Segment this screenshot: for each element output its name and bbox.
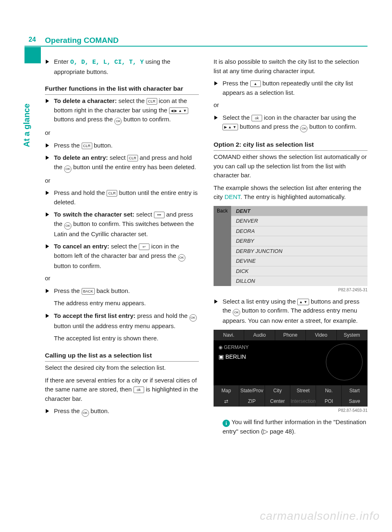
right-column: It is also possible to switch the city l… — [214, 57, 368, 439]
btn: Start — [342, 385, 368, 396]
list-item: DEORA — [231, 226, 368, 236]
step-select-list-entry: Select a list entry using the ▲ ▼ button… — [214, 297, 368, 326]
lang-key-icon: ••• — [154, 212, 165, 218]
text: button until the address entry menu appe… — [54, 322, 176, 329]
clr-key-icon: CLR — [107, 190, 117, 197]
ok-key-icon: OK — [189, 314, 197, 322]
text: icon in the character bar using the — [262, 114, 356, 121]
step-switch-charset: To switch the character set: select ••• … — [45, 210, 199, 239]
page-title: Operating COMAND — [45, 35, 119, 47]
ok-key-icon: OK — [114, 118, 122, 125]
label: To cancel an entry: — [54, 243, 109, 250]
text: select — [108, 154, 127, 161]
step-select-ok-icon: Select the ok icon in the character bar … — [214, 113, 368, 133]
paragraph: Select the desired city from the selecti… — [45, 363, 199, 373]
info-icon: i — [223, 420, 230, 427]
text: press and hold the — [136, 312, 189, 319]
figure-nav-screen: Navi. Audio Phone Video System ◉ GERMANY… — [214, 330, 368, 407]
ok-key-icon: OK — [233, 309, 240, 316]
figure-city-list: Back DENT DENVER DEORA DERBY DERBY JUNCT… — [214, 206, 368, 286]
paragraph: It is also possible to switch the city l… — [214, 57, 368, 76]
list-item: DILLON — [231, 276, 368, 286]
btn: ZIP — [239, 396, 265, 407]
text: Select a list entry using the — [223, 298, 297, 305]
text: Enter — [54, 58, 70, 65]
return-key-icon: ↩ — [139, 244, 149, 250]
btn: POI — [316, 396, 342, 407]
step-press-ok: Press the OK button. — [45, 407, 199, 417]
or-text: or — [45, 274, 199, 283]
label: To delete a character: — [54, 97, 117, 104]
label: To accept the first list entry: — [54, 312, 136, 319]
step-press-repeatedly: Press the ▲ button repeatedly until the … — [214, 79, 368, 97]
side-label: At a glance — [20, 103, 33, 147]
fig-middle: ◉ GERMANY ▣ BERLIN — [214, 340, 368, 385]
text: button to confirm. This switches between… — [54, 220, 194, 237]
city-example: DENT — [225, 193, 241, 200]
label: To delete an entry: — [54, 154, 108, 161]
step-press-back: Press the BACK back button. — [45, 286, 199, 296]
step-press-hold: Press and hold the CLR button until the … — [45, 188, 199, 207]
list-item: DERBY — [231, 236, 368, 246]
info-note: i You will find further information in t… — [214, 418, 368, 436]
ok-key-icon: ok — [134, 387, 144, 393]
text: page 48). — [268, 428, 296, 435]
btn: Street — [290, 385, 316, 396]
btn: Center — [265, 396, 291, 407]
step-press-clr: Press the CLR button. — [45, 141, 199, 150]
compass-icon — [326, 344, 363, 380]
or-text: or — [45, 128, 199, 138]
list-item: DEVINE — [231, 256, 368, 266]
tab: System — [337, 330, 368, 340]
text: buttons and press the — [238, 123, 301, 130]
result-text: The accepted list entry is shown there. — [45, 334, 199, 343]
btn: City — [265, 385, 291, 396]
figure-caption: P82.87-5403-31 — [214, 407, 368, 414]
ok-key-icon: OK — [82, 409, 89, 417]
entry-letters: O, D, E, L, CI, T, Y — [70, 59, 144, 66]
text: back button. — [95, 287, 130, 294]
fig-back-label: Back — [214, 206, 231, 286]
text: Press the — [54, 142, 82, 149]
text: button to confirm. The address entry men… — [223, 307, 358, 324]
step-enter: Enter O, D, E, L, CI, T, Y using the app… — [45, 57, 199, 76]
text: button to confirm. — [307, 123, 356, 130]
text: button. — [92, 142, 113, 149]
figure-caption: P82.87-2455-31 — [214, 287, 368, 293]
left-column: Enter O, D, E, L, CI, T, Y using the app… — [45, 57, 199, 439]
or-text: or — [214, 101, 368, 110]
ok-key-icon: ok — [252, 115, 262, 121]
arrow-keys-icon: ◀ ▶ ▲ ▼ — [169, 107, 188, 114]
fig-botbar1: Map State/Prov City Street No. Start — [214, 385, 368, 396]
country-label: ◉ GERMANY — [218, 344, 322, 351]
list-item: DICK — [231, 266, 368, 276]
text: button to confirm. — [122, 116, 171, 123]
arrow-keys-icon: ▶ ▲ ▼ — [223, 124, 238, 130]
fig-topbar: Navi. Audio Phone Video System — [214, 330, 368, 340]
title-rule — [24, 46, 368, 47]
btn: No. — [316, 385, 342, 396]
step-cancel-entry: To cancel an entry: select the ↩ icon in… — [45, 242, 199, 270]
watermark: carmanualsonline.info — [260, 507, 380, 525]
text: button to confirm. — [54, 262, 101, 269]
ok-key-icon: OK — [64, 165, 71, 173]
page-ref-icon: ▷ — [263, 428, 268, 435]
up-key-icon: ▲ — [250, 80, 261, 87]
clr-key-icon: CLR — [127, 155, 138, 161]
text: Select the — [223, 114, 252, 121]
heading-calling-list: Calling up the list as a selection list — [45, 351, 199, 362]
btn: Map — [214, 385, 239, 396]
text: select the — [117, 97, 147, 104]
content-columns: Enter O, D, E, L, CI, T, Y using the app… — [45, 57, 368, 439]
thumb-tab — [24, 47, 41, 63]
list-item: DENVER — [231, 216, 368, 226]
heading-further-functions: Further functions in the list with chara… — [45, 84, 199, 95]
list-item: DENT — [231, 206, 368, 216]
btn-disabled: Intersection — [290, 396, 316, 407]
paragraph: COMAND either shows the selection list a… — [214, 152, 368, 180]
tab: Navi. — [214, 330, 244, 340]
tab: Audio — [244, 330, 275, 340]
text: buttons and press the — [54, 116, 114, 123]
ok-key-icon: OK — [300, 125, 307, 132]
step-accept-first: To accept the first list entry: press an… — [45, 311, 199, 331]
